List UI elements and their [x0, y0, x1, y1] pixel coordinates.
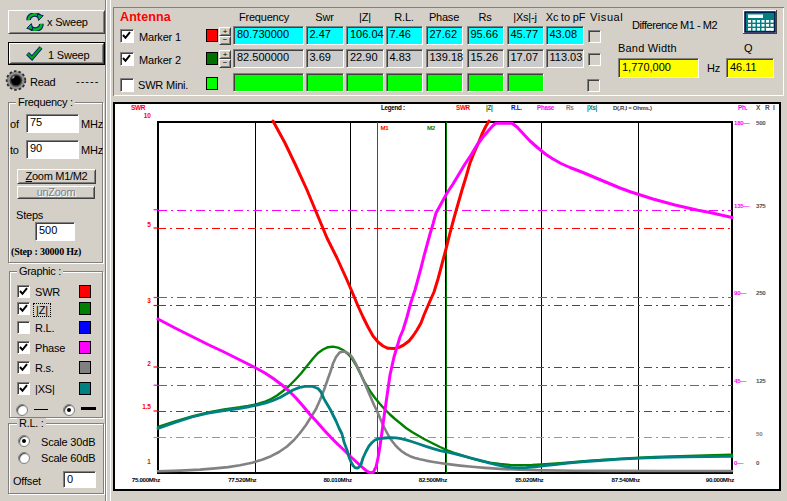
svg-text:90.000Mhz: 90.000Mhz: [706, 476, 734, 483]
svg-text:375: 375: [756, 202, 766, 209]
svg-text:Rs: Rs: [566, 104, 574, 111]
svg-text:R: R: [765, 104, 770, 111]
svg-text:SWR: SWR: [131, 104, 146, 111]
svg-text:Phase: Phase: [537, 104, 555, 111]
svg-text:M2: M2: [427, 124, 436, 131]
svg-text:3: 3: [147, 297, 151, 304]
svg-text:75.000Mhz: 75.000Mhz: [132, 476, 160, 483]
svg-text:45—: 45—: [734, 377, 747, 384]
svg-text:80.010Mhz: 80.010Mhz: [323, 476, 351, 483]
svg-text:250: 250: [756, 289, 766, 296]
svg-text:Ph.: Ph.: [738, 104, 748, 111]
svg-text:5: 5: [147, 221, 151, 228]
svg-text:500: 500: [756, 119, 766, 126]
svg-text:M1: M1: [381, 124, 390, 131]
svg-text:77.520Mhz: 77.520Mhz: [228, 476, 256, 483]
svg-text:SWR: SWR: [456, 104, 471, 111]
svg-text:135—: 135—: [734, 202, 750, 209]
svg-text:10: 10: [144, 112, 151, 119]
svg-text:125: 125: [756, 377, 766, 384]
svg-text:D(,R,I = Ohms.): D(,R,I = Ohms.): [613, 105, 652, 111]
svg-text:X: X: [756, 104, 761, 111]
svg-text:0—: 0—: [734, 459, 744, 466]
svg-text:|Z|: |Z|: [486, 104, 493, 112]
svg-text:82.500Mhz: 82.500Mhz: [419, 476, 447, 483]
svg-text:85.020Mhz: 85.020Mhz: [515, 476, 543, 483]
svg-text:180—: 180—: [734, 119, 750, 126]
svg-text:|Xs|: |Xs|: [587, 104, 598, 112]
svg-text:50: 50: [756, 430, 763, 437]
svg-text:90—: 90—: [734, 289, 747, 296]
svg-text:0: 0: [756, 459, 760, 466]
svg-text:2: 2: [147, 360, 151, 367]
svg-text:Legend :: Legend :: [381, 104, 405, 112]
svg-text:I: I: [773, 104, 775, 111]
svg-text:87.540Mhz: 87.540Mhz: [612, 476, 640, 483]
svg-text:1: 1: [147, 458, 151, 465]
svg-text:1.5: 1.5: [142, 403, 151, 410]
svg-text:R.L.: R.L.: [511, 104, 522, 111]
